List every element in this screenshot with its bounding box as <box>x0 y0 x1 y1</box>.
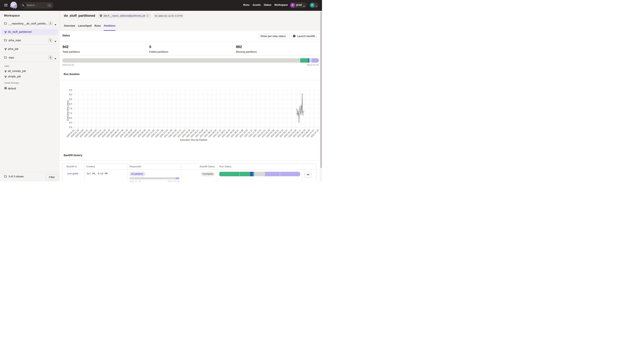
svg-text:5.5: 5.5 <box>69 126 72 128</box>
svg-text:Execution time (secs): Execution time (secs) <box>66 100 69 121</box>
svg-text:8.5: 8.5 <box>69 98 72 100</box>
svg-text:6.5: 6.5 <box>69 117 72 119</box>
svg-text:7.5: 7.5 <box>69 108 72 110</box>
svg-text:Execution Time by Partition: Execution Time by Partition <box>180 139 208 141</box>
svg-text:6.0: 6.0 <box>69 122 72 124</box>
svg-text:8.0: 8.0 <box>69 103 72 105</box>
svg-text:7.0: 7.0 <box>69 112 72 114</box>
svg-text:9.0: 9.0 <box>69 93 72 96</box>
svg-text:9.5: 9.5 <box>69 89 72 92</box>
